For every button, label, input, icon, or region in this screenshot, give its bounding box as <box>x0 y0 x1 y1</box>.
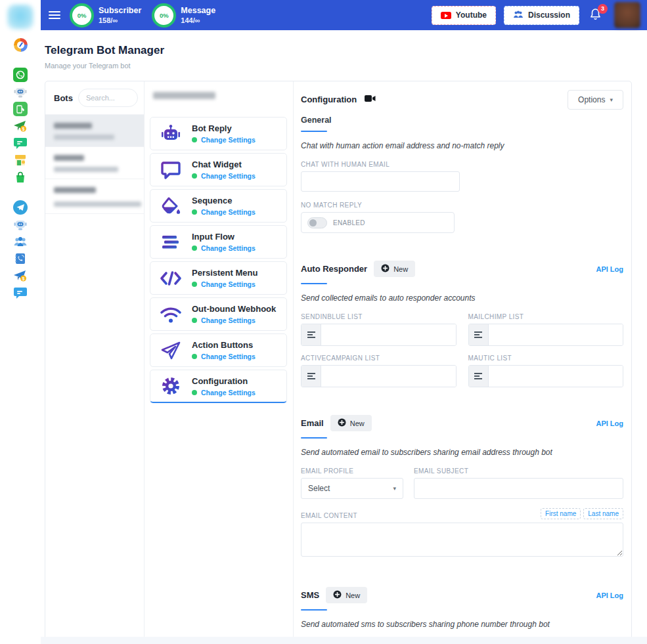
app-logo[interactable] <box>7 5 33 30</box>
email-subject-input[interactable] <box>414 478 623 499</box>
sms-new-button[interactable]: New <box>326 587 367 603</box>
telegram-icon[interactable] <box>12 200 28 215</box>
options-button[interactable]: Options ▾ <box>568 90 623 110</box>
email-subject-label: EMAIL SUBJECT <box>414 467 623 475</box>
mautic-list-input[interactable] <box>489 366 623 387</box>
whatsapp-broadcast-coin-icon[interactable]: $ <box>12 118 28 134</box>
email-profile-select[interactable]: Select ▾ <box>301 478 403 499</box>
sms-api-log-link[interactable]: API Log <box>596 591 623 599</box>
tab-active-indicator <box>301 283 327 284</box>
change-settings-link[interactable]: Change Settings <box>201 244 256 252</box>
plus-circle-icon <box>338 418 346 428</box>
change-settings-link[interactable]: Change Settings <box>201 208 256 216</box>
whatsapp-catalog-icon[interactable] <box>12 101 28 117</box>
auto-responder-title: Auto Responder <box>301 264 367 274</box>
bot-name-redacted <box>54 155 84 161</box>
status-dot <box>192 354 197 359</box>
email-profile-label: EMAIL PROFILE <box>301 467 403 475</box>
youtube-button[interactable]: Youtube <box>432 6 496 25</box>
menu-item-label: Action Buttons <box>192 340 256 350</box>
menu-card-action-buttons[interactable]: Action Buttons Change Settings <box>150 333 287 367</box>
contacts-book-icon[interactable] <box>12 251 28 267</box>
status-dot <box>192 137 197 142</box>
user-avatar[interactable] <box>614 2 640 28</box>
bot-search-input[interactable] <box>78 89 138 107</box>
bot-list-item[interactable] <box>45 146 144 179</box>
whatsapp-icon[interactable] <box>12 67 28 83</box>
menu-card-input-flow[interactable]: Input Flow Change Settings <box>150 225 287 259</box>
whatsapp-bot-icon[interactable] <box>12 84 28 100</box>
change-settings-link[interactable]: Change Settings <box>201 136 256 144</box>
general-tab[interactable]: General <box>301 116 623 125</box>
notification-bell-icon[interactable]: 3 <box>590 8 601 23</box>
enabled-toggle[interactable] <box>307 217 327 228</box>
list-lines-icon <box>469 324 489 345</box>
email-new-button[interactable]: New <box>330 415 372 431</box>
change-settings-link[interactable]: Change Settings <box>201 389 256 397</box>
plus-circle-icon <box>333 590 342 600</box>
subscribers-group-icon[interactable] <box>12 234 28 249</box>
bot-username-redacted <box>54 202 141 207</box>
first-name-chip[interactable]: First name <box>541 508 581 519</box>
mailchimp-list-input[interactable] <box>489 324 623 345</box>
bot-list-item[interactable] <box>45 179 144 214</box>
mautic-list-label: MAUTIC LIST <box>468 354 624 362</box>
general-description: Chat with human action email address and… <box>301 141 623 150</box>
no-match-reply-label: NO MATCH REPLY <box>301 202 623 209</box>
bots-panel-title: Bots <box>54 93 73 103</box>
menu-card-bot-reply[interactable]: Bot Reply Change Settings <box>150 117 287 150</box>
discussion-button[interactable]: Discussion <box>504 6 579 25</box>
plus-circle-icon <box>381 264 390 274</box>
menu-item-label: Out-bound Webhook <box>192 304 276 314</box>
email-api-log-link[interactable]: API Log <box>596 419 623 427</box>
email-description: Send automated email to subscribers shar… <box>301 448 623 457</box>
telegram-chat-bubble-icon[interactable] <box>12 285 28 301</box>
shopping-bag-icon[interactable] <box>12 169 28 185</box>
bot-list-item[interactable] <box>45 114 144 146</box>
auto-responder-api-log-link[interactable]: API Log <box>596 265 623 273</box>
general-section: General Chat with human action email add… <box>301 116 623 233</box>
change-settings-link[interactable]: Change Settings <box>201 316 256 324</box>
page-bottom-strip <box>41 637 647 644</box>
page-subtitle: Manage your Telegram bot <box>45 62 632 70</box>
sendinblue-list-input[interactable] <box>321 324 456 345</box>
change-settings-link[interactable]: Change Settings <box>201 353 256 360</box>
bot-username-redacted <box>54 135 114 140</box>
auto-responder-section: Auto Responder New API Log Send collecte… <box>301 261 623 387</box>
main-content: Telegram Bot Manager Manage your Telegra… <box>41 30 647 644</box>
menu-card-configuration[interactable]: Configuration Change Settings <box>150 370 287 403</box>
video-camera-icon[interactable] <box>365 93 376 105</box>
chat-with-human-email-input[interactable] <box>301 171 460 192</box>
sms-section: SMS New API Log Send automated sms to su… <box>301 587 623 642</box>
topbar: 0% Subscriber 158/∞ 0% Message 144/∞ You… <box>41 0 647 30</box>
notification-badge: 3 <box>598 4 608 14</box>
last-name-chip[interactable]: Last name <box>583 508 623 519</box>
auto-responder-new-button[interactable]: New <box>374 261 415 277</box>
bot-username-redacted <box>54 167 118 172</box>
change-settings-link[interactable]: Change Settings <box>201 280 256 288</box>
menu-toggle-icon[interactable] <box>49 11 60 19</box>
whatsapp-chat-bubble-icon[interactable] <box>12 135 28 151</box>
change-settings-link[interactable]: Change Settings <box>201 172 256 180</box>
subscriber-stat-label: Subscriber <box>99 6 141 16</box>
auto-responder-description: Send collected emails to auto responder … <box>301 293 623 303</box>
no-match-reply-toggle-box: ENABLED <box>301 212 455 233</box>
dashboard-gauge-icon[interactable] <box>12 37 28 53</box>
status-dot <box>192 318 197 323</box>
menu-card-sequence[interactable]: Sequence Change Settings <box>150 189 287 223</box>
sms-title: SMS <box>301 590 319 600</box>
chat-with-human-email-label: CHAT WITH HUMAN EMAIL <box>301 161 623 168</box>
email-content-textarea[interactable] <box>301 523 623 557</box>
bots-panel: Bots <box>45 81 145 642</box>
menu-card-outbound-webhook[interactable]: Out-bound Webhook Change Settings <box>150 297 287 331</box>
tab-active-indicator <box>301 437 327 439</box>
activecampaign-list-input[interactable] <box>321 366 456 387</box>
menu-item-label: Chat Widget <box>192 160 256 169</box>
telegram-bot-icon[interactable] <box>12 217 28 232</box>
menu-card-persistent-menu[interactable]: Persistent Menu Change Settings <box>150 261 287 295</box>
menu-card-chat-widget[interactable]: Chat Widget Change Settings <box>150 153 287 186</box>
telegram-broadcast-coin-icon[interactable]: $ <box>12 268 28 284</box>
menu-header-redacted <box>153 92 215 99</box>
whatsapp-store-icon[interactable] <box>12 152 28 168</box>
message-stat-count: 144/∞ <box>181 16 215 24</box>
